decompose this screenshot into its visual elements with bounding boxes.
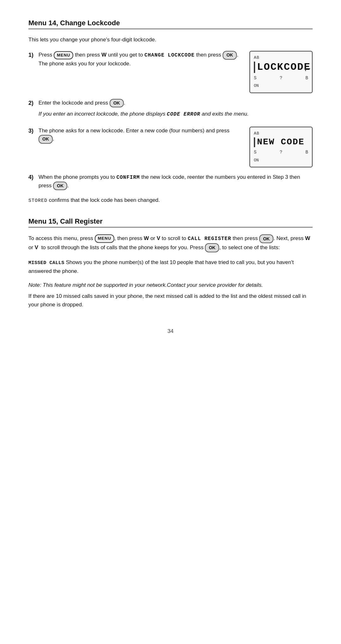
stored-line: STORED confirms that the lock code has b… bbox=[28, 196, 313, 205]
step-4-number: 4) bbox=[28, 173, 39, 182]
step-2-italic: If you enter an incorrect lockcode, the … bbox=[39, 110, 313, 118]
step-3-inner: The phone asks for a new lockcode. Enter… bbox=[39, 127, 313, 167]
step-2: 2) Enter the lockcode and press OK. If y… bbox=[28, 99, 313, 121]
section1-heading: Menu 14, Change Lockcode bbox=[28, 19, 313, 27]
screen-newcode-row: S ? B bbox=[254, 149, 308, 156]
screen-lockcode-on: ON bbox=[254, 83, 308, 89]
right-bracket-lockcode: ⌐ bbox=[305, 62, 311, 77]
steps-list-section1: 1) Press MENU then press W until you get… bbox=[28, 51, 313, 190]
screen-lockcode-q: ? bbox=[280, 75, 282, 82]
screen-lockcode-ab: AB bbox=[254, 55, 308, 61]
step-4: 4) When the phone prompts you to CONFIRM… bbox=[28, 173, 313, 190]
step-1-number: 1) bbox=[28, 51, 39, 60]
ok-button-step1: OK bbox=[223, 51, 237, 60]
ok-button-step3: OK bbox=[39, 135, 53, 144]
section1-divider bbox=[28, 28, 313, 29]
step-4-text: When the phone prompts you to CONFIRM th… bbox=[39, 173, 313, 190]
step-3: 3) The phone asks for a new lockcode. En… bbox=[28, 127, 313, 167]
step-3-text: The phone asks for a new lockcode. Enter… bbox=[39, 127, 240, 144]
section2-heading: Menu 15, Call Register bbox=[28, 217, 313, 226]
step-2-number: 2) bbox=[28, 99, 39, 108]
ok-button-step2: OK bbox=[110, 99, 124, 108]
screen-lockcode-main: LOCKCODE bbox=[254, 62, 308, 73]
step-4-content: When the phone prompts you to CONFIRM th… bbox=[39, 173, 313, 190]
ok-button-step4: OK bbox=[53, 182, 67, 190]
screen-lockcode-s: S bbox=[254, 75, 256, 82]
screen-lockcode-row: S ? B bbox=[254, 75, 308, 82]
screen-newcode-ab: AB bbox=[254, 130, 308, 137]
step-1-inner: Press MENU then press W until you get to… bbox=[39, 51, 313, 93]
missed-calls-para: MISSED CALLS Shows you the phone number(… bbox=[28, 258, 313, 275]
menu-button-step1: MENU bbox=[54, 51, 73, 59]
step-1: 1) Press MENU then press W until you get… bbox=[28, 51, 313, 93]
screen-newcode-s: S bbox=[254, 149, 256, 156]
screen-newcode-main: NEW CODE bbox=[254, 137, 308, 147]
section2-divider bbox=[28, 227, 313, 228]
note-italic: Note: This feature might not be supporte… bbox=[28, 281, 313, 289]
section-call-register: Menu 15, Call Register To access this me… bbox=[28, 217, 313, 309]
ok-button-s2a: OK bbox=[259, 234, 273, 243]
section2-para1: To access this menu, press MENU, then pr… bbox=[28, 234, 313, 252]
screen-newcode-b: B bbox=[306, 149, 308, 156]
step-2-text: Enter the lockcode and press OK. bbox=[39, 99, 313, 108]
menu-button-s2: MENU bbox=[95, 234, 114, 243]
ok-button-s2b: OK bbox=[205, 243, 219, 252]
section1-intro: This lets you change your phone's four-d… bbox=[28, 36, 313, 44]
screen-lockcode: AB LOCKCODE ⌐ S ? B ON bbox=[249, 51, 313, 93]
screen-newcode-q: ? bbox=[280, 149, 282, 156]
last-para: If there are 10 missed calls saved in yo… bbox=[28, 292, 313, 309]
step-1-text: Press MENU then press W until you get to… bbox=[39, 51, 240, 68]
step-2-content: Enter the lockcode and press OK. If you … bbox=[39, 99, 313, 121]
section-change-lockcode: Menu 14, Change Lockcode This lets you c… bbox=[28, 19, 313, 205]
screen-newcode-on: ON bbox=[254, 157, 308, 164]
step-3-number: 3) bbox=[28, 127, 39, 135]
page-number: 34 bbox=[28, 328, 313, 334]
missed-calls-label: MISSED CALLS bbox=[28, 260, 64, 266]
stored-label: STORED bbox=[28, 198, 47, 203]
step-1-content: Press MENU then press W until you get to… bbox=[39, 51, 313, 93]
step-3-content: The phone asks for a new lockcode. Enter… bbox=[39, 127, 313, 167]
screen-newcode: AB NEW CODE S ? B ON bbox=[249, 127, 313, 167]
